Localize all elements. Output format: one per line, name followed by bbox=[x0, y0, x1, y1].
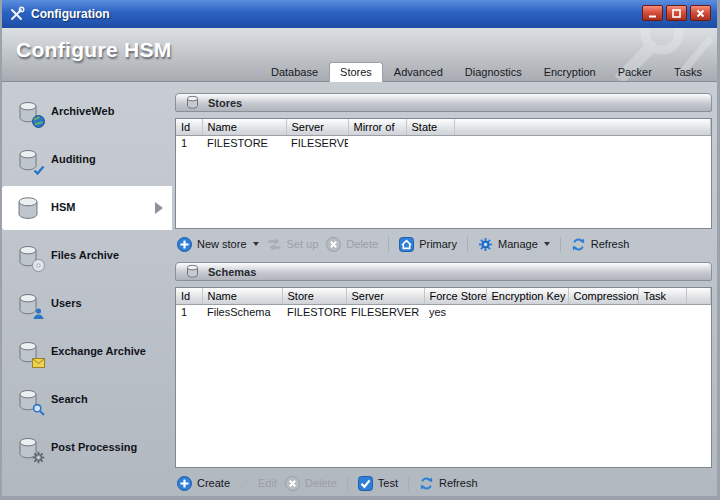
cell-id: 1 bbox=[176, 135, 202, 151]
refresh-icon bbox=[571, 237, 586, 252]
page-title: Configure HSM bbox=[16, 38, 172, 62]
sidebar-item-search[interactable]: Search bbox=[2, 378, 172, 422]
tab-database[interactable]: Database bbox=[260, 62, 329, 82]
sidebar-item-label: Post Processing bbox=[51, 441, 137, 454]
close-icon bbox=[696, 9, 705, 18]
database-disc-icon bbox=[14, 242, 42, 270]
sidebar-item-users[interactable]: Users bbox=[2, 282, 172, 326]
column-header[interactable]: Name bbox=[202, 119, 286, 135]
manage-button[interactable]: Manage bbox=[478, 237, 550, 252]
toolbar-separator bbox=[467, 237, 468, 252]
toolbar-separator bbox=[408, 476, 409, 491]
column-header-filler bbox=[686, 288, 711, 304]
database-check-icon bbox=[14, 146, 42, 174]
sidebar-item-label: Auditing bbox=[51, 153, 96, 166]
toolbar-separator bbox=[560, 237, 561, 252]
edit-schema-label: Edit bbox=[258, 477, 277, 489]
selection-arrow-icon bbox=[155, 202, 163, 214]
tab-encryption[interactable]: Encryption bbox=[533, 62, 607, 82]
sidebar-item-exchange-archive[interactable]: Exchange Archive bbox=[2, 330, 172, 374]
cell-compression bbox=[568, 304, 638, 320]
tools-icon bbox=[9, 6, 25, 22]
tab-diagnostics[interactable]: Diagnostics bbox=[454, 62, 533, 82]
sidebar-item-auditing[interactable]: Auditing bbox=[2, 138, 172, 182]
column-header[interactable]: State bbox=[406, 119, 454, 135]
setup-arrows-icon bbox=[267, 237, 282, 252]
window-controls bbox=[642, 5, 711, 21]
table-row[interactable]: 1 FILESTORE FILESERVER bbox=[176, 135, 711, 151]
delete-store-button[interactable]: Delete bbox=[326, 237, 378, 252]
cell-task bbox=[638, 304, 686, 320]
database-search-icon bbox=[14, 386, 42, 414]
cell-filler bbox=[686, 304, 711, 320]
header: Configure HSM Database Stores Advanced D… bbox=[2, 28, 717, 82]
column-header[interactable]: Id bbox=[176, 119, 202, 135]
schemas-toolbar: Create Edit Delete Test bbox=[177, 473, 710, 493]
cell-server: FILESERVER bbox=[286, 135, 348, 151]
sidebar-item-hsm[interactable]: HSM bbox=[2, 186, 172, 230]
cell-state bbox=[406, 135, 454, 151]
maximize-icon bbox=[672, 9, 681, 18]
table-row[interactable]: 1 FilesSchema FILESTORE FILESERVER yes bbox=[176, 304, 711, 320]
toolbar-separator bbox=[347, 476, 348, 491]
column-header[interactable]: Server bbox=[346, 288, 424, 304]
tab-advanced[interactable]: Advanced bbox=[383, 62, 454, 82]
column-header-filler bbox=[454, 119, 711, 135]
store-drum-icon bbox=[184, 94, 201, 110]
tab-tasks[interactable]: Tasks bbox=[663, 62, 713, 82]
sidebar-item-files-archive[interactable]: Files Archive bbox=[2, 234, 172, 278]
cell-filler bbox=[454, 135, 711, 151]
cell-mirror-of bbox=[348, 135, 406, 151]
add-icon bbox=[177, 476, 192, 491]
sidebar-item-archiveweb[interactable]: ArchiveWeb bbox=[2, 90, 172, 134]
column-header[interactable]: Server bbox=[286, 119, 348, 135]
chevron-down-icon bbox=[253, 242, 259, 246]
stores-table[interactable]: Id Name Server Mirror of State 1 bbox=[175, 118, 712, 229]
sidebar-item-label: Users bbox=[51, 297, 82, 310]
refresh-stores-button[interactable]: Refresh bbox=[571, 237, 630, 252]
sidebar-item-label: Exchange Archive bbox=[51, 345, 146, 358]
column-header[interactable]: Encryption Key bbox=[486, 288, 568, 304]
cell-encryption-key bbox=[486, 304, 568, 320]
column-header[interactable]: Id bbox=[176, 288, 202, 304]
schemas-table[interactable]: Id Name Store Server Force Store Encrypt… bbox=[175, 287, 712, 468]
column-header[interactable]: Task bbox=[638, 288, 686, 304]
column-header[interactable]: Mirror of bbox=[348, 119, 406, 135]
column-header[interactable]: Store bbox=[282, 288, 346, 304]
maximize-button[interactable] bbox=[666, 5, 687, 21]
sidebar-item-label: Search bbox=[51, 393, 88, 406]
column-header[interactable]: Compression bbox=[568, 288, 638, 304]
gear-icon bbox=[478, 237, 493, 252]
refresh-icon bbox=[419, 476, 434, 491]
new-store-button[interactable]: New store bbox=[177, 237, 259, 252]
edit-schema-button[interactable]: Edit bbox=[238, 476, 277, 491]
window-title: Configuration bbox=[31, 7, 110, 21]
tab-packer[interactable]: Packer bbox=[607, 62, 663, 82]
cell-store: FILESTORE bbox=[282, 304, 346, 320]
set-up-button[interactable]: Set up bbox=[267, 237, 319, 252]
set-up-label: Set up bbox=[287, 238, 319, 250]
primary-button[interactable]: Primary bbox=[399, 237, 457, 252]
delete-schema-label: Delete bbox=[305, 477, 337, 489]
delete-schema-button[interactable]: Delete bbox=[285, 476, 337, 491]
minimize-button[interactable] bbox=[642, 5, 663, 21]
stores-toolbar: New store Set up Delete Primary bbox=[177, 234, 710, 254]
schemas-section-title: Schemas bbox=[208, 266, 256, 278]
refresh-schemas-button[interactable]: Refresh bbox=[419, 476, 478, 491]
database-mail-icon bbox=[14, 338, 42, 366]
sidebar-item-post-processing[interactable]: Post Processing bbox=[2, 426, 172, 470]
cell-name: FILESTORE bbox=[202, 135, 286, 151]
titlebar[interactable]: Configuration bbox=[2, 0, 717, 28]
database-globe-icon bbox=[14, 98, 42, 126]
close-button[interactable] bbox=[690, 5, 711, 21]
column-header[interactable]: Force Store bbox=[424, 288, 486, 304]
new-store-label: New store bbox=[197, 238, 247, 250]
cell-server: FILESERVER bbox=[346, 304, 424, 320]
tab-stores[interactable]: Stores bbox=[329, 62, 383, 82]
test-button[interactable]: Test bbox=[358, 476, 398, 491]
test-label: Test bbox=[378, 477, 398, 489]
column-header[interactable]: Name bbox=[202, 288, 282, 304]
primary-label: Primary bbox=[419, 238, 457, 250]
delete-store-label: Delete bbox=[346, 238, 378, 250]
create-schema-button[interactable]: Create bbox=[177, 476, 230, 491]
